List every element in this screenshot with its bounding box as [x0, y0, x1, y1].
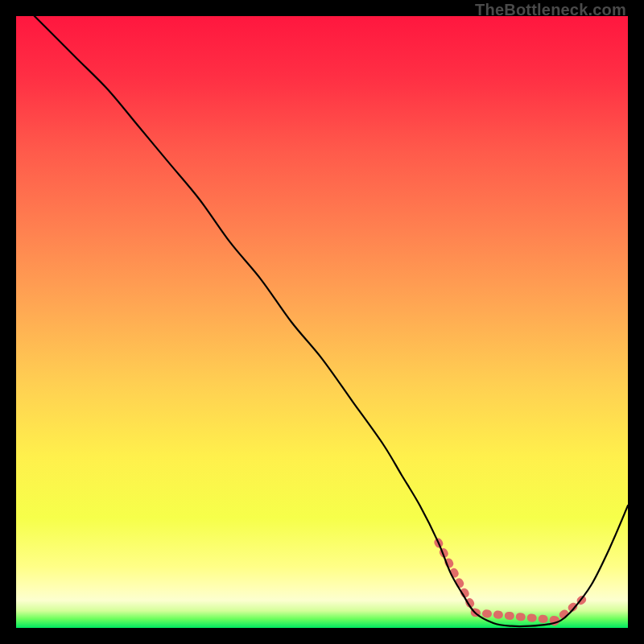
chart-frame	[16, 16, 628, 628]
bottleneck-chart	[16, 16, 628, 628]
gradient-background	[16, 16, 628, 628]
attribution-text: TheBottleneck.com	[475, 1, 626, 19]
